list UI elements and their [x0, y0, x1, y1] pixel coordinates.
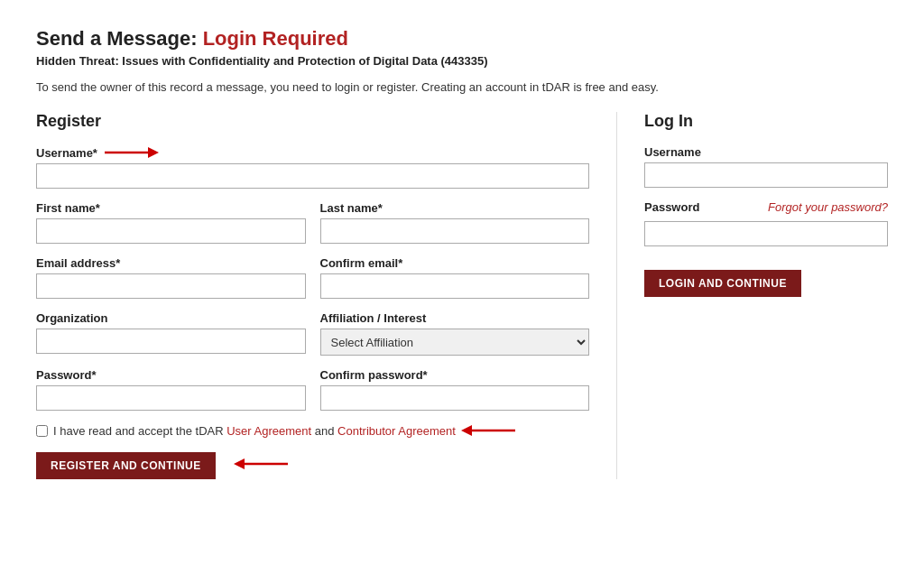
organization-group: Organization: [36, 311, 306, 356]
name-row: First name* Last name*: [36, 201, 589, 244]
register-button-area: REGISTER AND CONTINUE: [36, 449, 589, 479]
login-password-label: Password: [644, 200, 699, 214]
email-group: Email address*: [36, 256, 306, 299]
login-title: Log In: [644, 112, 888, 131]
firstname-label: First name*: [36, 201, 306, 215]
login-username-label: Username: [644, 145, 888, 159]
confirm-password-label: Confirm password*: [320, 368, 590, 382]
agreement-arrow-icon: [461, 423, 515, 438]
page-subtitle: Hidden Threat: Issues with Confidentiali…: [36, 54, 888, 68]
agreement-text: I have read and accept the tDAR User Agr…: [53, 424, 456, 438]
password-group: Password*: [36, 368, 306, 411]
svg-marker-3: [461, 425, 472, 436]
lastname-label: Last name*: [320, 201, 590, 215]
contributor-agreement-link[interactable]: Contributor Agreement: [337, 424, 456, 438]
register-title: Register: [36, 112, 589, 131]
login-section: Log In Username Password Forgot your pas…: [617, 112, 888, 479]
username-input[interactable]: [36, 163, 589, 189]
username-arrow-icon: [105, 145, 159, 160]
password-row: Password* Confirm password*: [36, 368, 589, 411]
email-input[interactable]: [36, 273, 306, 299]
register-button[interactable]: REGISTER AND CONTINUE: [36, 452, 216, 479]
register-section: Register Username* First name*: [36, 112, 617, 479]
password-label: Password*: [36, 368, 306, 382]
login-username-group: Username: [644, 145, 888, 188]
org-affiliation-row: Organization Affiliation / Interest Sele…: [36, 311, 589, 356]
main-layout: Register Username* First name*: [36, 112, 888, 479]
page-intro: To send the owner of this record a messa…: [36, 80, 888, 94]
firstname-input[interactable]: [36, 218, 306, 244]
login-username-input[interactable]: [644, 162, 888, 188]
agreement-row: I have read and accept the tDAR User Agr…: [36, 423, 589, 438]
organization-input[interactable]: [36, 329, 306, 354]
organization-label: Organization: [36, 311, 306, 325]
forgot-password-link[interactable]: Forgot your password?: [768, 200, 888, 214]
affiliation-group: Affiliation / Interest Select Affiliatio…: [320, 311, 590, 356]
login-password-input[interactable]: [644, 221, 888, 246]
affiliation-label: Affiliation / Interest: [320, 311, 590, 325]
username-label: Username*: [36, 145, 589, 160]
svg-marker-5: [234, 458, 245, 469]
confirm-password-group: Confirm password*: [320, 368, 590, 411]
confirm-email-group: Confirm email*: [320, 256, 590, 299]
svg-marker-1: [148, 147, 159, 158]
user-agreement-link[interactable]: User Agreement: [226, 424, 311, 438]
affiliation-select[interactable]: Select Affiliation: [320, 329, 590, 356]
password-input[interactable]: [36, 385, 306, 411]
email-row: Email address* Confirm email*: [36, 256, 589, 299]
confirm-email-input[interactable]: [320, 273, 590, 299]
lastname-input[interactable]: [320, 218, 590, 244]
login-button[interactable]: LOGIN AND CONTINUE: [644, 270, 801, 297]
forgot-row: Password Forgot your password?: [644, 200, 888, 218]
firstname-group: First name*: [36, 201, 306, 244]
email-label: Email address*: [36, 256, 306, 270]
agreement-checkbox[interactable]: [36, 425, 48, 437]
login-password-group: Password Forgot your password?: [644, 200, 888, 246]
register-arrow-icon: [234, 457, 288, 471]
confirm-email-label: Confirm email*: [320, 256, 590, 270]
lastname-group: Last name*: [320, 201, 590, 244]
confirm-password-input[interactable]: [320, 385, 590, 411]
username-group: Username*: [36, 145, 589, 189]
page-title: Send a Message: Login Required: [36, 27, 888, 51]
